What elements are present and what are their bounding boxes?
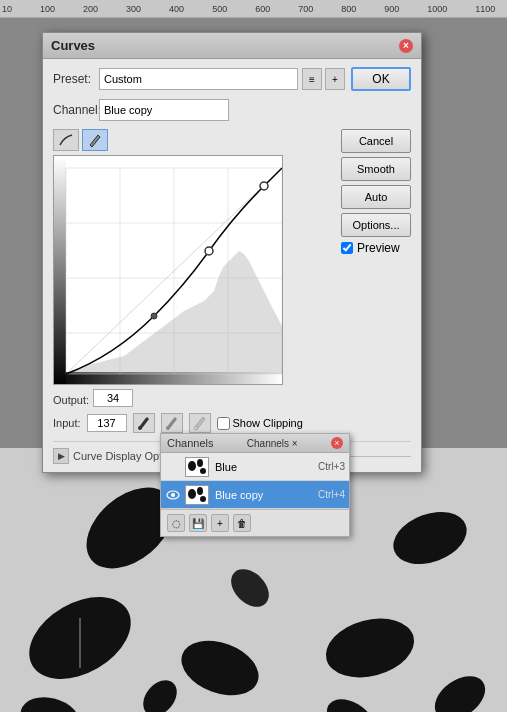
channels-new-button[interactable]: + (211, 514, 229, 532)
channels-tab[interactable]: Channels × (247, 438, 298, 449)
curves-title-bar: Curves × (43, 33, 421, 59)
show-clipping-checkbox[interactable] (217, 417, 230, 430)
blue-channel-visibility[interactable] (165, 459, 181, 475)
ok-button[interactable]: OK (351, 67, 411, 91)
svg-point-29 (166, 426, 170, 430)
preset-label: Preset: (53, 72, 99, 86)
blue-channel-thumb (185, 457, 209, 477)
preview-checkbox[interactable] (341, 242, 353, 254)
svg-point-38 (188, 489, 196, 499)
pencil-tool-button[interactable] (82, 129, 108, 151)
curve-graph[interactable] (53, 155, 283, 385)
curve-display-expand-button[interactable]: ▶ (53, 448, 69, 464)
gray-point-eyedropper[interactable] (161, 413, 183, 433)
preview-label: Preview (357, 241, 400, 255)
svg-point-28 (138, 426, 142, 430)
curves-close-button[interactable]: × (399, 39, 413, 53)
preset-add-button[interactable]: + (325, 68, 345, 90)
blue-copy-channel-thumb (185, 485, 209, 505)
auto-button[interactable]: Auto (341, 185, 411, 209)
svg-point-26 (260, 182, 268, 190)
curves-title: Curves (51, 38, 95, 53)
blue-channel-row[interactable]: Blue Ctrl+3 (161, 453, 349, 481)
channels-close-button[interactable]: × (331, 437, 343, 449)
blue-copy-channel-row[interactable]: Blue copy Ctrl+4 (161, 481, 349, 509)
blue-channel-shortcut: Ctrl+3 (318, 461, 345, 472)
blue-copy-channel-shortcut: Ctrl+4 (318, 489, 345, 500)
svg-point-34 (200, 468, 206, 474)
right-buttons-panel: Cancel Smooth Auto Options... Preview (333, 129, 411, 407)
curves-dialog: Curves × Preset: Custom ≡ + OK Channel: (42, 32, 422, 473)
preset-menu-button[interactable]: ≡ (302, 68, 322, 90)
channels-dotted-circle-button[interactable]: ◌ (167, 514, 185, 532)
cancel-button[interactable]: Cancel (341, 129, 411, 153)
curve-grid (54, 156, 283, 385)
svg-point-36 (171, 493, 175, 497)
smooth-button[interactable]: Smooth (341, 157, 411, 181)
preset-select[interactable]: Custom (99, 68, 298, 90)
curve-tool-button[interactable] (53, 129, 79, 151)
white-point-eyedropper[interactable] (189, 413, 211, 433)
svg-point-33 (197, 459, 203, 467)
blue-channel-name: Blue (215, 461, 318, 473)
output-label: Output: (53, 394, 89, 406)
blue-copy-channel-visibility[interactable] (165, 487, 181, 503)
blue-copy-channel-name: Blue copy (215, 489, 318, 501)
output-input[interactable]: 34 (93, 389, 133, 407)
options-button[interactable]: Options... (341, 213, 411, 237)
channels-title-bar: Channels Channels × × (161, 434, 349, 453)
svg-point-30 (194, 426, 198, 430)
channels-panel: Channels Channels × × Blue Ctrl+3 (160, 433, 350, 537)
black-point-eyedropper[interactable] (133, 413, 155, 433)
channels-title: Channels (167, 437, 213, 449)
channel-label: Channel: (53, 103, 99, 117)
show-clipping-label: Show Clipping (233, 417, 303, 429)
svg-point-32 (188, 461, 196, 471)
channel-select[interactable]: Blue copy (99, 99, 229, 121)
input-field[interactable]: 137 (87, 414, 127, 432)
show-clipping-row: Show Clipping (217, 417, 303, 430)
channels-delete-button[interactable]: 🗑 (233, 514, 251, 532)
channels-save-button[interactable]: 💾 (189, 514, 207, 532)
svg-point-25 (205, 247, 213, 255)
svg-point-39 (197, 487, 203, 495)
svg-point-27 (151, 313, 157, 319)
svg-point-40 (200, 496, 206, 502)
ruler: 10100200300400500 60070080090010001100 1… (0, 0, 507, 18)
input-label: Input: (53, 417, 81, 429)
channels-bottom-bar: ◌ 💾 + 🗑 (161, 509, 349, 536)
